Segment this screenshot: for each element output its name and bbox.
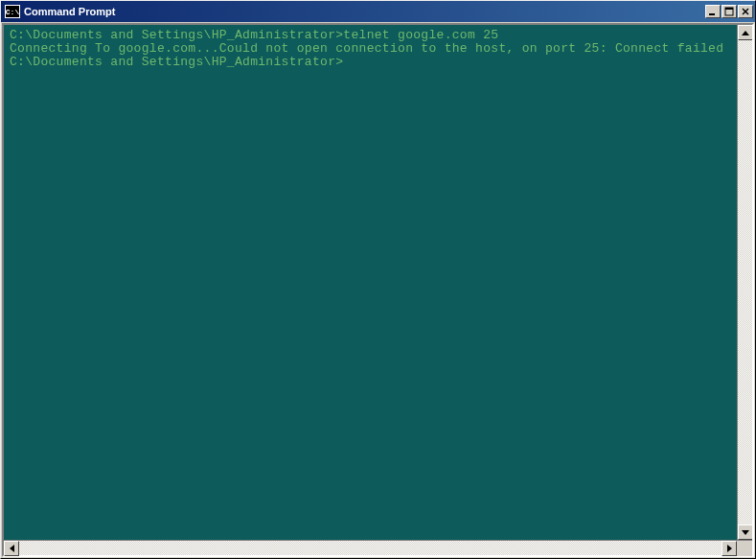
horizontal-scrollbar[interactable] [4, 540, 752, 555]
maximize-button[interactable] [722, 5, 737, 18]
scroll-left-button[interactable] [4, 541, 19, 556]
close-button[interactable] [738, 5, 753, 18]
system-menu-icon[interactable]: C:\ [5, 5, 20, 18]
arrow-up-icon [742, 31, 749, 35]
arrow-down-icon [742, 530, 749, 535]
scroll-up-button[interactable] [738, 25, 752, 40]
terminal-line: Connecting To google.com...Could not ope… [10, 42, 731, 56]
cmd-icon-text: C:\ [6, 8, 19, 16]
svg-rect-0 [709, 13, 715, 15]
svg-rect-2 [725, 8, 733, 10]
terminal-output[interactable]: C:\Documents and Settings\HP_Administrat… [4, 25, 737, 540]
scroll-track-vertical[interactable] [738, 40, 752, 524]
arrow-right-icon [727, 545, 732, 552]
scroll-track-horizontal[interactable] [19, 541, 722, 555]
scroll-down-button[interactable] [738, 524, 752, 540]
content-area: C:\Documents and Settings\HP_Administrat… [2, 23, 754, 557]
terminal-wrapper: C:\Documents and Settings\HP_Administrat… [4, 25, 752, 540]
terminal-line: C:\Documents and Settings\HP_Administrat… [10, 56, 731, 69]
terminal-line: C:\Documents and Settings\HP_Administrat… [10, 29, 731, 42]
scroll-right-button[interactable] [722, 541, 737, 556]
arrow-left-icon [10, 545, 14, 552]
scrollbar-corner [737, 541, 752, 556]
window-title: Command Prompt [24, 6, 705, 17]
vertical-scrollbar[interactable] [737, 25, 752, 540]
window-controls [705, 5, 753, 18]
command-prompt-window: C:\ Command Prompt C:\Documents and Sett… [0, 0, 756, 559]
minimize-button[interactable] [705, 5, 721, 18]
titlebar[interactable]: C:\ Command Prompt [1, 1, 755, 22]
